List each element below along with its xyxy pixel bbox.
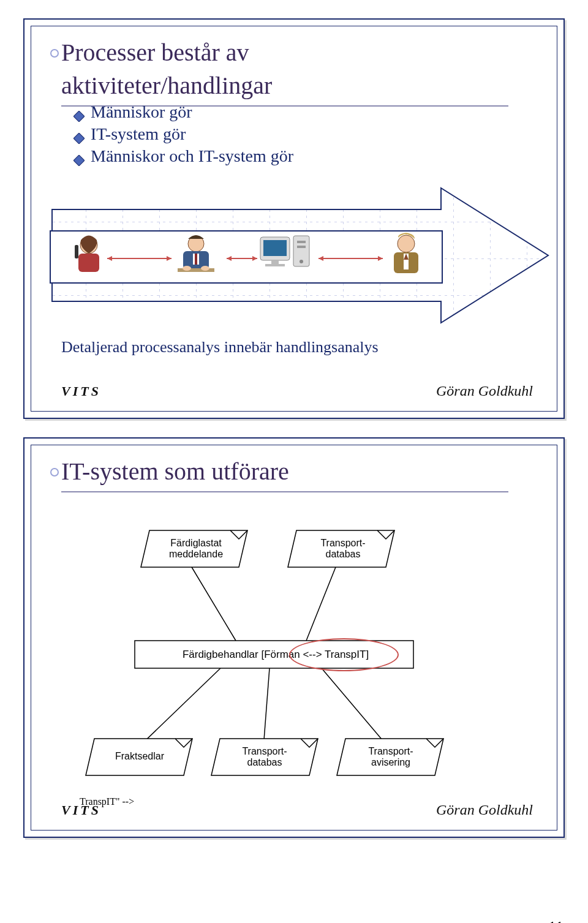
- svg-rect-19: [195, 254, 197, 265]
- svg-rect-1: [74, 133, 85, 144]
- slide-title-line2: aktiviteter/handlingar: [61, 71, 527, 100]
- diamond-icon: [74, 129, 85, 140]
- process-arrow-figure: [49, 185, 551, 326]
- vits-logo: VITS: [61, 383, 101, 399]
- svg-rect-28: [297, 241, 306, 243]
- slide-2: IT-system som utförare: [23, 437, 565, 838]
- author-name: Göran Goldkuhl: [436, 383, 533, 399]
- svg-rect-14: [78, 254, 99, 272]
- bullet-item: Människor gör: [74, 102, 293, 122]
- box-label: Transport- avisering: [348, 746, 434, 768]
- title-underline: [61, 491, 508, 492]
- svg-line-38: [263, 668, 270, 748]
- bullet-item: IT-system gör: [74, 124, 293, 144]
- diamond-icon: [74, 151, 85, 162]
- slide-1: Processer består av aktiviteter/handling…: [23, 18, 565, 419]
- title-block: Processer består av aktiviteter/handling…: [61, 38, 527, 107]
- svg-rect-25: [271, 260, 279, 264]
- bullet-text: IT-system gör: [91, 124, 186, 144]
- svg-point-31: [398, 235, 415, 252]
- flow-diagram: Färdiglastat meddelande Transport- datab…: [80, 518, 508, 794]
- bullet-text: Människor gör: [91, 102, 192, 122]
- diamond-icon: [74, 107, 85, 118]
- svg-rect-26: [265, 264, 285, 266]
- bullets-list: Människor gör IT-system gör Människor oc…: [74, 102, 293, 168]
- svg-line-37: [138, 668, 221, 748]
- slide-title: IT-system som utförare: [61, 457, 527, 486]
- svg-rect-0: [74, 111, 85, 122]
- title-anchor-icon: [50, 49, 59, 58]
- slide-footnote: Detaljerad processanalys innebär handlin…: [61, 338, 379, 356]
- title-anchor-icon: [50, 468, 59, 477]
- author-name: Göran Goldkuhl: [436, 802, 533, 818]
- svg-line-35: [190, 564, 236, 641]
- box-label: Fraktsedlar: [97, 751, 183, 762]
- svg-point-21: [183, 266, 191, 271]
- highlight-ellipse-icon: [289, 638, 399, 671]
- box-label: Transport- databas: [222, 746, 307, 768]
- box-label: Transport- databas: [300, 538, 386, 560]
- svg-line-36: [306, 564, 337, 641]
- page-number: 11: [548, 918, 564, 923]
- svg-rect-3: [50, 231, 442, 283]
- bullet-text: Människor och IT-system gör: [91, 146, 293, 166]
- svg-rect-29: [297, 246, 306, 248]
- slide-title-line1: Processer består av: [61, 38, 527, 67]
- title-block: IT-system som utförare: [61, 457, 527, 492]
- svg-point-22: [201, 266, 209, 271]
- svg-rect-2: [74, 155, 85, 166]
- vits-logo: VITS: [61, 802, 101, 818]
- svg-point-30: [300, 260, 303, 263]
- svg-line-39: [322, 668, 389, 748]
- box-label: Färdiglastat meddelande: [153, 538, 239, 560]
- bullet-item: Människor och IT-system gör: [74, 146, 293, 166]
- svg-rect-15: [75, 245, 78, 258]
- svg-rect-24: [263, 240, 287, 256]
